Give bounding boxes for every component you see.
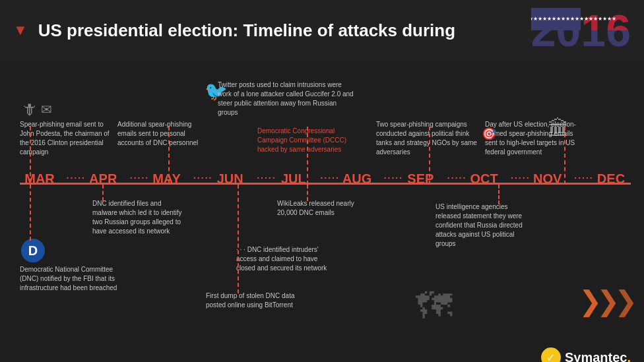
jun-event-below: First dump of stolen DNC data posted onl… [206,291,308,310]
email-icon-area: ✉ [41,102,52,117]
jul-dashed-up [307,127,308,185]
chevrons-area: ❯ ❯ ❯ [579,285,637,317]
triangle-icon: ▼ [13,22,28,39]
twitter-note: Twitter posts used to claim intrusions w… [218,80,356,117]
jul-intruders-below: · · · DNC identified intruders' access a… [236,245,338,273]
symantec-check-icon: ✓ [541,347,561,362]
oct-dashed-down [498,185,499,204]
dec-dashed-up [564,127,565,185]
symantec-logo: ✓ Symantec. [541,347,631,362]
jun-dashed-down [238,185,239,293]
dec-event-above: Day after US election, election-themed s… [485,120,584,157]
month-sep: SEP [401,171,440,187]
month-nov: NOV [528,171,567,187]
main-content: MAR APR MAY JUN JUL AUG SEP OCT NOV DEC … [0,61,644,362]
sword-icon-area: 🗡 [21,100,37,119]
sep-dashed-up [429,127,430,185]
mar-event-below: Democratic National Committee (DNC) noti… [20,265,119,293]
may-event-above: Additional spear-phishing emails sent to… [117,120,203,148]
mar-event-above: Spear-phishing email sent to John Podest… [20,120,115,157]
mar-dashed-down [30,185,31,241]
header: ▼ US presidential election: Timeline of … [0,0,644,61]
month-dec: DEC [591,171,631,187]
target-icon: 🎯 [482,127,496,141]
sep-event-above: Two spear-phishing campaigns conducted a… [376,120,478,157]
may-dashed-up [168,127,170,185]
year-display: 2016 [531,5,631,55]
dnc-logo: D [21,239,45,262]
jul-wikileaks-below: WikiLeaks released nearly 20,000 DNC ema… [277,199,370,218]
jul-dashed-down [307,185,308,201]
jul-event-above: Democratic Congressional Campaign Commit… [257,127,360,154]
month-aug: AUG [337,171,377,187]
oct-intel-below: US intelligence agencies released statem… [435,202,531,249]
months-row: MAR APR MAY JUN JUL AUG SEP OCT NOV DEC [20,171,631,187]
month-jun: JUN [210,171,250,187]
month-mar: MAR [20,171,59,187]
russia-map: 🗺 [416,285,452,327]
apr-event-below: DNC identified files and malware which l… [92,199,185,236]
apr-dashed-down [102,185,104,201]
page-title: US presidential election: Timeline of at… [38,20,455,41]
month-may: MAY [146,171,186,187]
symantec-name: Symantec. [565,350,631,363]
mar-dashed-up [30,127,31,183]
